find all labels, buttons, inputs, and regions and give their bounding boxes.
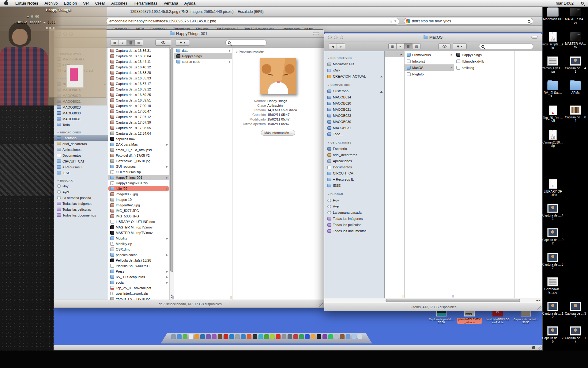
file-row[interactable]: Captura de...s 17.07.12 bbox=[108, 114, 169, 120]
file-row[interactable]: Captura de...s 17.00.18 bbox=[108, 103, 169, 109]
desktop-icon[interactable]: aics_scripts....zip bbox=[542, 32, 564, 56]
close-icon[interactable] bbox=[328, 36, 332, 39]
file-row[interactable]: Captura de...s 16.59.12 bbox=[108, 86, 169, 92]
sidebar-item[interactable]: Documentos bbox=[54, 152, 108, 158]
dock-app-15[interactable] bbox=[253, 334, 257, 339]
file-row[interactable]: Captura de...s 17.07.39 bbox=[108, 120, 169, 125]
file-row[interactable]: Captura de...s 12.34.04 bbox=[108, 131, 169, 136]
action-button[interactable]: ✱ ▼ bbox=[175, 40, 190, 46]
file-row[interactable]: social ▶ bbox=[108, 280, 169, 285]
file-row[interactable]: Frameworks ▶ bbox=[405, 52, 454, 58]
view-list-button[interactable]: ≡ bbox=[397, 44, 405, 49]
more-info-button[interactable]: Más información... bbox=[261, 130, 295, 136]
dock-trash[interactable] bbox=[357, 334, 362, 339]
dock-app-3[interactable] bbox=[183, 334, 187, 339]
sidebar-item[interactable]: CREACION_ACTUAL ▲ bbox=[324, 73, 384, 79]
sidebar-item[interactable]: MAOOB031 bbox=[54, 116, 108, 122]
sidebar-item[interactable]: COMPARTIDO bbox=[324, 82, 384, 88]
menu-item[interactable]: Edición bbox=[61, 1, 80, 6]
file-row[interactable]: Top_25_R...arRetail.pdf bbox=[108, 285, 169, 291]
view-coverflow-button[interactable]: ▤ bbox=[135, 40, 143, 45]
sidebar-item[interactable]: MAOOB023 bbox=[324, 113, 384, 119]
file-row[interactable]: Gazehawk..._08-10.jpg bbox=[108, 158, 169, 164]
dock-app-20[interactable] bbox=[282, 334, 286, 339]
sidebar-item[interactable]: MAOOB030 bbox=[54, 110, 108, 116]
finder-search-field[interactable] bbox=[225, 40, 267, 46]
file-row[interactable]: DAX para Mac ▶ bbox=[108, 142, 169, 147]
file-row[interactable]: iLife '09 ▶ bbox=[108, 186, 169, 191]
desktop-icon[interactable]: Captura de ....41 bbox=[542, 204, 564, 228]
dock-app-5[interactable] bbox=[194, 334, 199, 339]
sidebar-item[interactable]: clusteroob ▲ bbox=[324, 88, 384, 94]
sidebar-item[interactable]: UBICACIONES bbox=[54, 130, 108, 135]
file-row[interactable]: HappyThings-001 ▶ bbox=[108, 175, 169, 180]
sidebar-item[interactable]: CIRCUIT_CAT bbox=[324, 170, 384, 176]
finder-search-field[interactable] bbox=[479, 43, 533, 49]
column-resize-handle[interactable]: || bbox=[513, 294, 515, 297]
desktop-icon[interactable]: Captura de ....33 bbox=[564, 302, 586, 326]
desktop-icon[interactable]: MASTER MA...ov bbox=[564, 7, 586, 32]
selected-parent-row[interactable]: ▶ bbox=[385, 51, 404, 57]
menu-item[interactable]: Acciones bbox=[108, 1, 130, 6]
toolbar-toggle-pill[interactable] bbox=[313, 32, 319, 35]
dock-app-18[interactable] bbox=[270, 334, 275, 339]
file-row[interactable]: Yarbus_Ey..._08-10.jpg bbox=[108, 296, 169, 300]
dock-app-28[interactable] bbox=[328, 334, 333, 339]
file-row[interactable]: HappyThings bbox=[454, 52, 514, 58]
url-field[interactable]: emcdonald.net/happythings/images/1298896… bbox=[106, 18, 399, 25]
sidebar-item[interactable]: Hoy bbox=[324, 197, 384, 203]
file-row[interactable]: GUI recursos.zip bbox=[108, 169, 169, 175]
dock-app-24[interactable] bbox=[305, 334, 310, 339]
menu-item[interactable]: Ventana bbox=[160, 1, 181, 6]
column-resize-handle[interactable]: || bbox=[230, 296, 232, 299]
dock-app-16[interactable] bbox=[258, 334, 263, 339]
desktop-icon[interactable]: Captura de ....04 bbox=[564, 105, 586, 130]
sidebar-item[interactable]: Documentos bbox=[324, 164, 384, 170]
finder2-title-bar[interactable]: MacOS bbox=[324, 33, 542, 41]
url-dropdown-icon[interactable]: ▼ bbox=[394, 20, 399, 23]
menu-item[interactable]: Ver bbox=[80, 1, 92, 6]
dock-app-17[interactable] bbox=[264, 334, 269, 339]
desktop-icon[interactable]: Captura de ....25 bbox=[542, 326, 564, 351]
file-row[interactable]: MacOS ▶ bbox=[405, 64, 454, 71]
sidebar-item[interactable]: Todas las imágenes bbox=[54, 201, 108, 206]
desktop-icon[interactable]: MASTER MA...ov bbox=[564, 32, 586, 56]
dock-app-23[interactable] bbox=[299, 334, 304, 339]
dock-app-4[interactable] bbox=[189, 334, 193, 339]
file-row[interactable]: Captura de...s 16.59.25 bbox=[108, 92, 169, 98]
minimize-icon[interactable] bbox=[334, 36, 337, 39]
file-row[interactable]: user-interf...ework.zip bbox=[108, 291, 169, 296]
search-icon[interactable] bbox=[528, 20, 530, 23]
file-row[interactable]: source code ▶ bbox=[174, 59, 232, 64]
sidebar-item[interactable]: MAOOB020 bbox=[324, 100, 384, 106]
dock-app-1[interactable] bbox=[171, 334, 176, 339]
dock-app-22[interactable] bbox=[293, 334, 298, 339]
sidebar-item[interactable]: Todas las películas bbox=[54, 206, 108, 212]
file-row[interactable]: Captura de...s 16.44.11 bbox=[108, 59, 169, 64]
desktop-icon[interactable]: Captura de ....17 bbox=[564, 326, 586, 351]
file-row[interactable]: Captura de...s 16.57.17 bbox=[108, 81, 169, 86]
desktop-icon[interactable]: Gazehawk...E...jpg bbox=[542, 277, 564, 302]
view-icons-button[interactable]: ▦ bbox=[111, 40, 119, 45]
file-row[interactable]: Captura de...s 16.55.33 bbox=[108, 75, 169, 81]
dock-app-12[interactable] bbox=[235, 334, 240, 339]
scrollbar-arrows[interactable]: ◀ ▶ bbox=[536, 299, 541, 302]
view-coverflow-button[interactable]: ▤ bbox=[413, 44, 420, 49]
sidebar-item[interactable]: IESE bbox=[54, 170, 108, 176]
sidebar-item[interactable]: + Recursos IL bbox=[54, 164, 108, 170]
view-list-button[interactable]: ≡ bbox=[119, 40, 127, 45]
menu-clock[interactable]: mar 14:02 bbox=[552, 1, 577, 6]
dock-app-11[interactable] bbox=[229, 334, 234, 339]
quicklook-button[interactable] bbox=[438, 43, 450, 49]
dock-app-27[interactable] bbox=[322, 334, 327, 339]
file-row[interactable]: papeles coche ▶ bbox=[108, 252, 169, 258]
sidebar-item[interactable]: Ayer bbox=[54, 189, 108, 195]
sidebar-item[interactable]: oriol_decarreras bbox=[324, 152, 384, 158]
file-row[interactable]: IMG_5336.JPG bbox=[108, 213, 169, 219]
zoom-icon[interactable] bbox=[340, 36, 343, 39]
sidebar-item[interactable]: Todas las imágenes bbox=[324, 216, 384, 222]
file-row[interactable]: Captura de...s 16.36.31 bbox=[108, 48, 169, 53]
eject-icon[interactable]: ▲ bbox=[380, 90, 383, 92]
dock-app-9[interactable] bbox=[218, 334, 222, 339]
menu-item[interactable]: Crear bbox=[92, 1, 108, 6]
